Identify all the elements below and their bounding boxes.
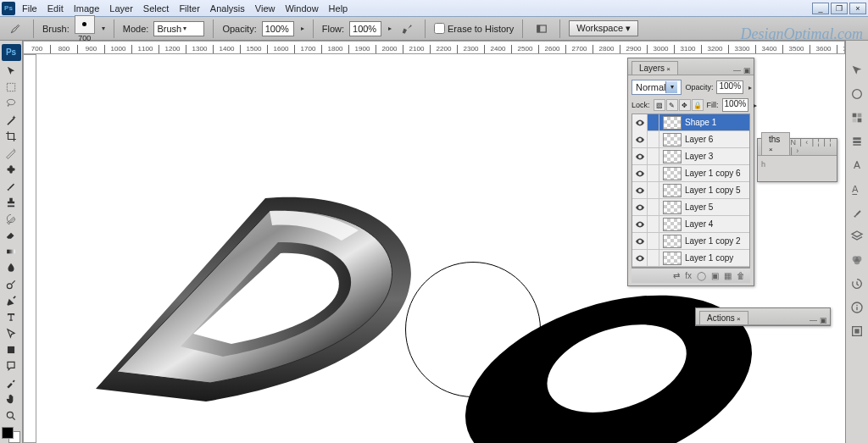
layer-row[interactable]: Layer 1 copy 2 [632,233,749,250]
visibility-toggle-icon[interactable] [632,114,648,131]
minimize-button[interactable]: _ [812,3,829,14]
lock-position-icon[interactable]: ✥ [679,99,691,111]
flow-flyout-icon[interactable]: ▸ [388,25,392,32]
visibility-toggle-icon[interactable] [632,182,648,199]
restore-button[interactable]: ❐ [831,3,848,14]
color-panel-icon[interactable] [848,85,866,103]
select-menu[interactable]: Select [138,2,175,15]
airbrush-icon[interactable] [397,20,416,37]
layer-row[interactable]: Layer 1 copy 5 [632,182,749,199]
brush-tool-icon[interactable] [2,179,21,193]
layer-thumbnail[interactable] [663,201,682,214]
layer-opacity-flyout-icon[interactable]: ▸ [748,84,752,91]
fill-flyout-icon[interactable]: ▸ [754,102,757,109]
visibility-toggle-icon[interactable] [632,250,648,267]
paths-tab[interactable]: ths × [761,132,790,155]
shape-tool-icon[interactable] [2,342,21,357]
eyedropper-tool-icon[interactable] [2,375,21,390]
layer-mask-icon[interactable]: ◯ [697,271,706,280]
layer-style-icon[interactable]: fx [685,271,692,280]
edit-menu[interactable]: Edit [42,2,69,15]
link-layers-icon[interactable]: ⇄ [673,271,680,280]
zoom-tool-icon[interactable] [2,408,21,423]
visibility-toggle-icon[interactable] [632,148,648,165]
opacity-input[interactable]: 100% [262,21,294,36]
horizontal-ruler[interactable]: 7008009001000110012001300140015001600170… [23,41,845,54]
panel-minimize-icon[interactable]: — [733,66,741,75]
lock-buttons[interactable]: ▨ ✎ ✥ 🔒 [654,99,704,111]
actions-close-icon[interactable]: ▣ [820,316,827,324]
tool-presets-panel-icon[interactable] [848,322,866,341]
styles-panel-icon[interactable] [848,132,866,151]
fill-input[interactable]: 100% [722,98,749,112]
layer-name[interactable]: Shape 1 [685,118,749,127]
layer-name[interactable]: Layer 6 [685,135,749,144]
visibility-toggle-icon[interactable] [632,233,648,250]
pen-tool-icon[interactable] [2,293,21,307]
close-button[interactable]: × [849,3,866,14]
stamp-tool-icon[interactable] [2,195,21,209]
layer-thumbnail[interactable] [663,133,682,147]
layer-row[interactable]: Layer 3 [632,148,749,165]
paragraph-panel-icon[interactable]: A̲ [848,180,866,198]
layer-row[interactable]: Layer 1 copy 6 [632,165,749,182]
info-panel-icon[interactable] [848,298,866,317]
workspace-switcher[interactable]: Workspace ▾ [569,20,638,36]
paths-panel[interactable]: ths × N | ‹ | ¦ | ¦ | › h [757,138,837,182]
layer-thumbnail[interactable] [663,167,682,180]
blend-mode-select[interactable]: Brush▾ [153,21,204,36]
gradient-tool-icon[interactable] [2,244,21,258]
color-swatches[interactable] [2,427,20,443]
layer-row[interactable]: Layer 1 copy [632,250,749,267]
healing-tool-icon[interactable] [2,162,21,176]
view-menu[interactable]: View [250,2,281,15]
delete-layer-icon[interactable]: 🗑 [737,271,745,280]
eraser-tool-icon[interactable] [2,228,21,242]
crop-tool-icon[interactable] [2,130,21,144]
history-brush-tool-icon[interactable] [2,211,21,225]
visibility-toggle-icon[interactable] [632,216,648,233]
layer-row[interactable]: Layer 6 [632,131,749,148]
filter-menu[interactable]: Filter [174,2,204,15]
brush-preset-picker[interactable] [75,15,95,34]
move-tool-icon[interactable] [2,64,21,78]
vertical-ruler[interactable] [23,54,36,443]
brush-picker-chevron-icon[interactable]: ▾ [102,25,105,32]
notes-tool-icon[interactable] [2,359,21,374]
layer-name[interactable]: Layer 5 [685,202,749,212]
layer-thumbnail[interactable] [663,252,682,265]
layer-name[interactable]: Layer 1 copy 5 [685,186,749,195]
swatches-panel-icon[interactable] [848,108,866,127]
layer-thumbnail[interactable] [663,218,682,231]
slice-tool-icon[interactable] [2,146,21,160]
blend-mode-dropdown[interactable]: Normal▾ [632,80,682,95]
layer-name[interactable]: Layer 1 copy 2 [685,236,749,246]
wand-tool-icon[interactable] [2,113,21,127]
layer-name[interactable]: Layer 3 [685,152,749,161]
marquee-tool-icon[interactable] [2,80,21,94]
lock-transparent-icon[interactable]: ▨ [654,99,665,111]
paths-navtabs[interactable]: N | ‹ | ¦ | ¦ | › [790,138,837,155]
path-select-tool-icon[interactable] [2,326,21,341]
visibility-toggle-icon[interactable] [632,131,648,148]
hand-tool-icon[interactable] [2,392,21,407]
layer-thumbnail[interactable] [663,150,682,163]
image-menu[interactable]: Image [69,2,105,15]
layer-thumbnail[interactable] [663,184,682,197]
character-panel-icon[interactable] [848,156,866,174]
brushes-panel-icon[interactable] [848,203,866,222]
layer-thumbnail[interactable] [663,235,682,248]
channels-panel-icon[interactable] [848,251,866,269]
lock-all-icon[interactable]: 🔒 [692,99,704,111]
help-menu[interactable]: Help [324,2,353,15]
file-menu[interactable]: File [17,2,42,15]
layer-row[interactable]: Layer 4 [632,216,749,233]
flow-input[interactable]: 100% [349,21,381,36]
navigator-panel-icon[interactable] [848,61,866,80]
layer-name[interactable]: Layer 1 copy 6 [685,169,749,178]
layer-name[interactable]: Layer 4 [685,219,749,229]
layer-row[interactable]: Layer 5 [632,199,749,216]
window-menu[interactable]: Window [280,2,323,15]
visibility-toggle-icon[interactable] [632,199,648,216]
layer-menu[interactable]: Layer [104,2,138,15]
